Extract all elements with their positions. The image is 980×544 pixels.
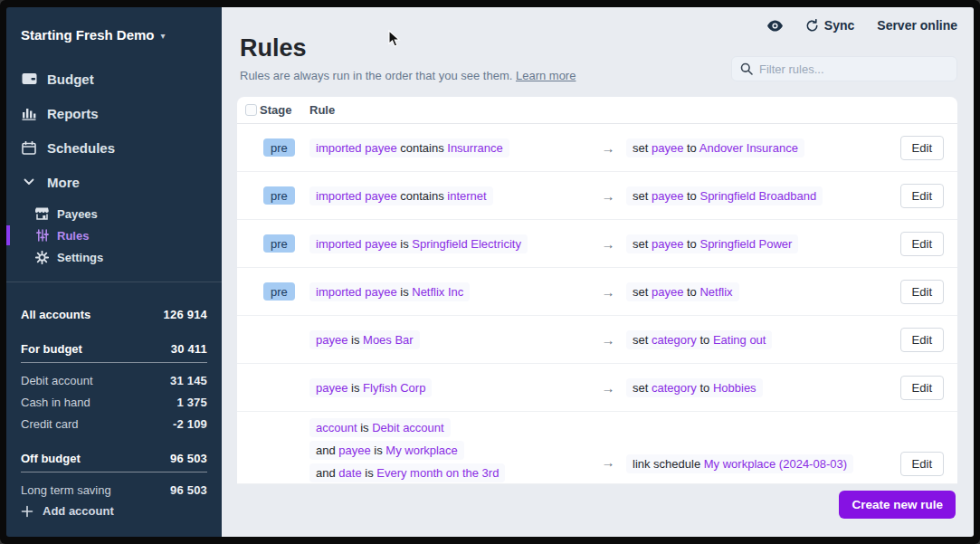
account-label: Long term saving [21,483,111,497]
eye-icon [767,20,783,32]
account-row[interactable]: For budget30 411 [21,339,207,363]
table-footer: Create new rule [222,484,974,519]
edit-button[interactable]: Edit [900,280,944,304]
privacy-toggle-button[interactable] [767,20,783,32]
account-balance: -2 109 [173,417,207,431]
rule-row[interactable]: preimported payee is Springfield Electri… [237,220,957,268]
stage-badge: pre [263,186,295,205]
conditions-cell: account is Debit accountand payee is My … [309,412,590,482]
stage-cell: pre [260,237,309,251]
filter-rules-input[interactable] [759,62,948,76]
arrow-icon: → [590,236,626,252]
actions-cell: link schedule My workplace (2024-08-03) [626,412,901,473]
column-header-rule: Rule [309,103,957,117]
account-balance: 31 145 [170,374,207,387]
edit-cell: Edit [901,376,957,400]
account-row[interactable]: All accounts126 914 [21,303,207,325]
account-balance: 96 503 [170,483,207,497]
stage-badge: pre [263,138,295,157]
app-window: Starting Fresh Demo ▾ BudgetReportsSched… [0,0,980,544]
chevron-down-icon: ▾ [161,31,166,41]
actions-cell: set payee to Netflix [626,282,901,301]
gear-icon [35,251,49,264]
edit-button[interactable]: Edit [900,376,944,400]
sidebar-item-settings[interactable]: Settings [6,246,222,268]
chevron-down-icon [21,174,37,190]
actions-cell: set category to Eating out [626,330,901,349]
account-row[interactable]: Debit account31 145 [21,369,207,391]
stage-cell: pre [260,285,309,299]
conditions-cell: imported payee is Netflix Inc [309,282,590,301]
add-account-button[interactable]: Add account [6,504,222,537]
server-status[interactable]: Server online [877,18,957,33]
arrow-icon: → [590,140,626,156]
edit-button[interactable]: Edit [900,136,944,160]
sliders-icon [35,229,49,243]
condition-chip: imported payee contains internet [309,186,493,205]
sidebar-item-schedules[interactable]: Schedules [6,130,222,165]
edit-cell: Edit [901,328,957,352]
search-icon [740,62,753,75]
sidebar-item-label: Payees [57,207,98,221]
rule-row[interactable]: payee is Moes Bar→set category to Eating… [237,316,957,364]
edit-button[interactable]: Edit [900,328,944,352]
account-row[interactable]: Off budget96 503 [21,448,207,472]
actions-cell: set category to Hobbies [626,378,901,397]
sync-button[interactable]: Sync [805,18,854,33]
budget-file-switcher[interactable]: Starting Fresh Demo ▾ [6,7,222,43]
arrow-icon: → [590,188,626,204]
sidebar-item-budget[interactable]: Budget [6,62,222,96]
page-header: Rules Rules are always run in the order … [222,34,974,82]
action-chip: set category to Hobbies [626,378,763,397]
wallet-icon [21,71,37,87]
sidebar-item-payees[interactable]: Payees [6,203,222,224]
learn-more-link[interactable]: Learn more [516,69,576,82]
actions-cell: set payee to Springfield Broadband [626,186,901,205]
account-label: All accounts [21,308,90,321]
condition-chip: payee is Moes Bar [309,330,420,349]
calendar-icon [21,139,37,156]
accounts-list: All accounts126 914For budget30 411Debit… [6,282,222,501]
sidebar-subnav: PayeesRulesSettings [6,203,222,268]
bar-chart-icon [21,105,37,121]
account-row[interactable]: Credit card-2 109 [21,413,207,434]
condition-chip: imported payee contains Insurrance [309,138,509,157]
account-row[interactable]: Cash in hand1 375 [21,391,207,413]
rule-row[interactable]: preimported payee contains Insurrance→se… [237,124,957,172]
arrow-icon: → [590,380,626,396]
sidebar-item-rules[interactable]: Rules [6,224,222,246]
rules-table-header: Stage Rule [237,97,957,124]
action-chip: set payee to Andover Insurance [626,138,804,157]
account-label: For budget [21,342,82,356]
rule-row[interactable]: preimported payee contains internet→set … [237,172,957,220]
account-row[interactable]: Long term saving96 503 [21,479,207,501]
plus-icon [21,505,33,518]
edit-button[interactable]: Edit [900,452,944,476]
rule-row[interactable]: payee is Flyfish Corp→set category to Ho… [237,364,957,412]
conditions-cell: imported payee contains internet [309,186,590,205]
edit-button[interactable]: Edit [900,232,944,256]
sidebar-item-reports[interactable]: Reports [6,96,222,130]
create-new-rule-button[interactable]: Create new rule [839,491,956,519]
budget-file-name: Starting Fresh Demo [21,27,155,43]
sync-label: Sync [824,18,854,33]
sidebar-item-label: Reports [47,106,99,121]
condition-chip: and payee is My workplace [309,441,464,460]
rule-row[interactable]: account is Debit accountand payee is My … [237,412,957,484]
main-panel: Sync Server online Rules Rules are alway… [222,7,974,537]
store-icon [35,207,49,221]
conditions-cell: imported payee is Springfield Electricit… [309,234,590,253]
edit-cell: Edit [901,232,957,256]
select-all-checkbox[interactable] [245,104,257,116]
active-indicator [6,225,10,245]
sidebar-item-label: More [47,175,80,190]
condition-chip: and date is Every month on the 3rd [309,463,505,482]
stage-badge: pre [263,282,295,301]
edit-button[interactable]: Edit [900,184,944,208]
account-label: Credit card [21,417,79,431]
stage-cell: pre [260,189,309,203]
sidebar-item-more[interactable]: More [6,165,222,199]
sidebar-item-label: Settings [57,251,103,264]
arrow-icon: → [590,284,626,300]
rule-row[interactable]: preimported payee is Netflix Inc→set pay… [237,268,957,316]
